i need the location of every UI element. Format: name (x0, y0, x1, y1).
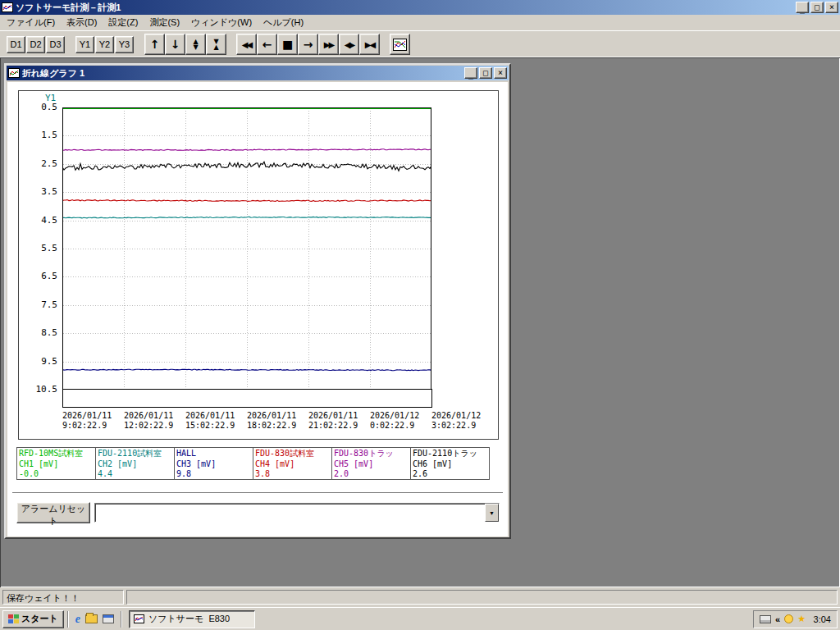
internet-explorer-icon[interactable]: e (75, 613, 80, 626)
legend-value: 2.0 (334, 469, 409, 480)
tray-alert-icon[interactable] (784, 614, 793, 623)
toolbar-d3-button[interactable]: D3 (46, 36, 65, 53)
app-window: ソフトサーモ計測－計測1 _ □ × ファイル(F)表示(D)設定(Z)測定(S… (0, 0, 840, 607)
pan-up-button[interactable]: ↑ (144, 34, 165, 55)
tray-collapse-chevron-icon[interactable]: « (775, 614, 780, 624)
show-desktop-icon[interactable] (103, 614, 114, 623)
toolbar-d2-button[interactable]: D2 (26, 36, 45, 53)
x-range-expand-button[interactable]: ◀▶ (339, 34, 359, 55)
toolbar-y2-button[interactable]: Y2 (95, 36, 114, 53)
menu-item-4[interactable]: 測定(S) (144, 14, 185, 31)
quick-launch: e (72, 613, 117, 626)
menu-item-2[interactable]: 表示(D) (61, 14, 103, 31)
windows-logo-icon (8, 614, 19, 623)
task-button-label: ソフトサーモ E830 (148, 613, 230, 625)
x-tick-time: 9:02:22.9 (62, 421, 128, 431)
app-title: ソフトサーモ計測－計測1 (16, 2, 794, 14)
start-label: スタート (21, 613, 58, 625)
x-tick-date: 2026/01/11 (185, 411, 251, 421)
legend-value: -0.0 (19, 469, 94, 480)
graph-window-title: 折れ線グラフ 1 (22, 67, 463, 80)
folder-icon[interactable] (85, 614, 98, 623)
taskbar-clock[interactable]: 3:04 (810, 614, 831, 624)
graph-window-content: Y1 0.51.52.53.54.55.56.57.58.59.510.5 20… (7, 82, 508, 536)
legend-value: 9.8 (176, 469, 251, 480)
toolbar-group: ↑↓▲▼▼▲ (144, 34, 226, 55)
x-tick-label: 2026/01/1118:02:22.9 (247, 411, 313, 431)
legend-cell-ch2: FDU-2110試料室CH2 [mV]4.4 (95, 447, 175, 480)
alarm-reset-button[interactable]: アラームリセット (16, 502, 90, 523)
legend-value: 3.8 (255, 469, 330, 480)
y-range-expand-button[interactable]: ▲▼ (185, 34, 206, 55)
toolbar-group: ◀◀←■→▶▶◀▶▶◀ (236, 34, 380, 55)
x-tick-date: 2026/01/11 (247, 411, 313, 421)
chart-plot[interactable] (62, 107, 431, 390)
graph-window: 折れ線グラフ 1 _ □ × Y1 0.51.52.53.54.55.56.57… (4, 63, 511, 539)
desktop: ソフトサーモ計測－計測1 _ □ × ファイル(F)表示(D)設定(Z)測定(S… (0, 0, 840, 630)
task-button[interactable]: ソフトサーモ E830 (129, 610, 255, 628)
close-button[interactable]: × (825, 2, 838, 13)
x-tick-date: 2026/01/11 (124, 411, 189, 421)
legend-cell-ch3: HALLCH3 [mV]9.8 (174, 447, 253, 480)
x-tick-label: 2026/01/1121:02:22.9 (308, 411, 374, 431)
toolbar-y1-button[interactable]: Y1 (75, 36, 94, 53)
x-tick-time: 3:02:22.9 (431, 421, 497, 431)
step-back-button[interactable]: ← (257, 34, 277, 55)
tray-star-icon[interactable]: ★ (797, 614, 806, 624)
menu-item-5[interactable]: ウィンドウ(W) (185, 14, 258, 31)
app-icon (2, 2, 13, 12)
menu-item-6[interactable]: ヘルプ(H) (258, 14, 309, 31)
legend-channel: CH3 [mV] (176, 459, 251, 470)
toolbar-group (390, 34, 410, 55)
legend-channel: CH5 [mV] (334, 459, 409, 470)
dropdown-arrow-icon[interactable]: ▼ (485, 504, 499, 522)
taskbar-divider (121, 611, 122, 628)
x-tick-label: 2026/01/123:02:22.9 (431, 411, 497, 431)
fast-rewind-button[interactable]: ◀◀ (236, 34, 257, 55)
legend-series-name: FDU-830トラッ (334, 449, 409, 459)
stop-button[interactable]: ■ (277, 34, 298, 55)
combobox-value[interactable] (95, 504, 485, 522)
fast-forward-button[interactable]: ▶▶ (318, 34, 339, 55)
graph-window-title-bar[interactable]: 折れ線グラフ 1 _ □ × (7, 66, 509, 80)
chart-area: Y1 0.51.52.53.54.55.56.57.58.59.510.5 20… (18, 90, 499, 440)
app-title-bar[interactable]: ソフトサーモ計測－計測1 _ □ × (0, 0, 840, 15)
y-tick-label: 2.5 (19, 158, 57, 169)
x-tick-date: 2026/01/12 (370, 411, 436, 421)
system-tray: « ★ 3:04 (753, 610, 838, 628)
restore-button[interactable]: □ (810, 2, 824, 13)
menu-item-3[interactable]: 設定(Z) (103, 14, 144, 31)
legend-channel: CH4 [mV] (255, 459, 330, 470)
status-message: 保存ウェイト！！ (2, 590, 124, 605)
step-forward-button[interactable]: → (298, 34, 318, 55)
x-tick-label: 2026/01/1115:02:22.9 (185, 411, 251, 431)
x-tick-label: 2026/01/120:02:22.9 (370, 411, 436, 431)
y-tick-label: 6.5 (19, 271, 57, 281)
y-tick-label: 8.5 (19, 327, 57, 338)
graph-minimize-button[interactable]: _ (464, 67, 477, 79)
graph-close-button[interactable]: × (494, 67, 507, 79)
x-tick-time: 18:02:22.9 (247, 421, 313, 431)
toolbar-y3-button[interactable]: Y3 (115, 36, 134, 53)
start-button[interactable]: スタート (2, 610, 64, 628)
task-app-icon (134, 614, 144, 623)
legend-value: 2.6 (413, 469, 487, 480)
x-tick-time: 21:02:22.9 (308, 421, 374, 431)
message-combobox[interactable]: ▼ (94, 503, 500, 523)
x-tick-time: 12:02:22.9 (124, 421, 189, 431)
legend-cell-ch1: RFD-10MS試料室CH1 [mV]-0.0 (16, 447, 96, 480)
x-tick-date: 2026/01/11 (62, 411, 128, 421)
y-range-compress-button[interactable]: ▼▲ (206, 34, 226, 55)
input-device-tray-icon[interactable] (760, 615, 771, 623)
legend-cell-ch6: FDU-2110トラッCH6 [mV]2.6 (410, 447, 490, 480)
graph-display-button[interactable] (390, 34, 410, 55)
pan-down-button[interactable]: ↓ (165, 34, 185, 55)
status-panel (126, 590, 838, 605)
status-bar: 保存ウェイト！！ (0, 587, 840, 607)
minimize-button[interactable]: _ (796, 2, 809, 13)
toolbar-d1-button[interactable]: D1 (7, 36, 25, 53)
menu-item-1[interactable]: ファイル(F) (1, 14, 61, 31)
x-range-compress-button[interactable]: ▶◀ (359, 34, 380, 55)
y-tick-label: 4.5 (19, 215, 57, 226)
graph-maximize-button[interactable]: □ (479, 67, 492, 79)
